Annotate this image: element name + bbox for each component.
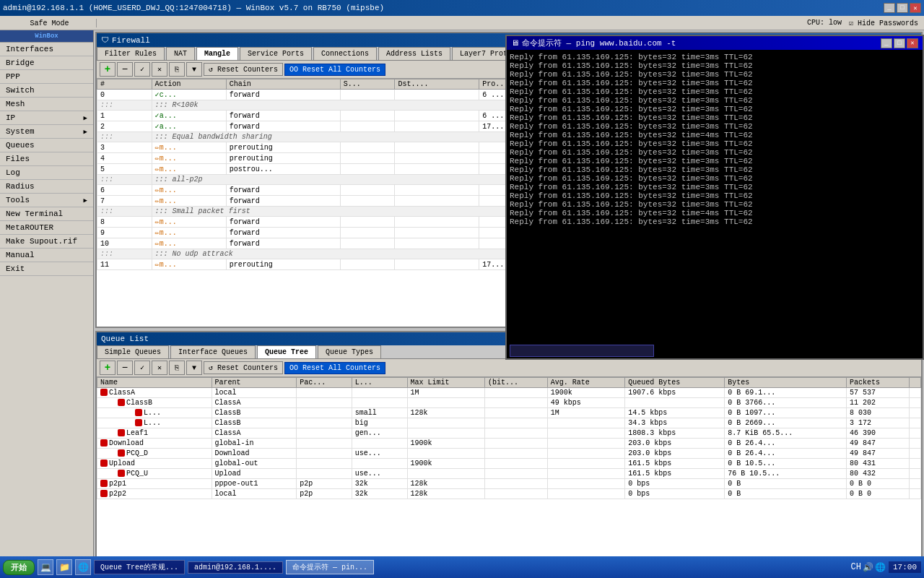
tab-queue-types[interactable]: Queue Types	[318, 345, 381, 358]
sidebar-item-mesh[interactable]: Mesh	[0, 98, 93, 111]
cmd-close[interactable]: ✕	[907, 38, 918, 48]
cmd-minimize[interactable]: _	[881, 38, 892, 48]
enable-button[interactable]: ✓	[134, 62, 150, 77]
qcol-l: L...	[352, 378, 407, 388]
tab-queue-tree[interactable]: Queue Tree	[257, 345, 316, 358]
safe-mode-label[interactable]: Safe Mode	[27, 18, 71, 29]
reset-counters-button[interactable]: ↺ Reset Counters	[204, 63, 283, 76]
sidebar-item-make-supout[interactable]: Make Supout.rif	[0, 235, 93, 249]
cmd-input-bar	[507, 343, 923, 358]
queue-enable-button[interactable]: ✓	[134, 361, 150, 375]
filter-button[interactable]: ▼	[186, 62, 202, 77]
queue-add-button[interactable]: +	[100, 361, 116, 375]
sidebar-item-log[interactable]: Log	[0, 166, 93, 180]
hide-passwords-btn[interactable]: ☑ Hide Passwords	[849, 19, 918, 27]
sidebar-item-bridge[interactable]: Bridge	[0, 56, 93, 70]
list-item[interactable]: p2p2 local p2p 32k 128k 0 bps 0 B 0 B 0	[97, 489, 921, 499]
cmd-maximize[interactable]: □	[894, 38, 905, 48]
cmd-line: Reply from 61.135.169.125: bytes=32 time…	[510, 70, 920, 79]
list-item[interactable]: ClassB ClassA 49 kbps 0 B 3766... 11 202	[97, 398, 921, 408]
main-layout: WinBox Interfaces Bridge PPP Switch Mesh…	[0, 30, 924, 578]
sidebar-item-radius[interactable]: Radius	[0, 180, 93, 194]
list-item[interactable]: Download global-in 1900k 203.0 kbps 0 B …	[97, 439, 921, 449]
sidebar-item-files[interactable]: Files	[0, 152, 93, 166]
cmd-line: Reply from 61.135.169.125: bytes=32 time…	[510, 157, 920, 165]
cmd-line: Reply from 61.135.169.125: bytes=32 time…	[510, 113, 920, 122]
sidebar-item-ppp[interactable]: PPP	[0, 70, 93, 84]
taskbar-right: CH 🔊 🌐 17:00	[851, 561, 921, 573]
taskbar-icon-1[interactable]: 💻	[38, 559, 53, 575]
cmd-line: Reply from 61.135.169.125: bytes=32 time…	[510, 61, 920, 70]
sidebar-item-queues[interactable]: Queues	[0, 139, 93, 152]
minimize-button[interactable]: _	[884, 3, 895, 13]
sidebar: WinBox Interfaces Bridge PPP Switch Mesh…	[0, 30, 94, 578]
list-item[interactable]: PCQ_U Upload use... 161.5 kbps 76 B 10.5…	[97, 469, 921, 479]
close-button[interactable]: ✕	[910, 3, 921, 13]
queue-filter-button[interactable]: ▼	[186, 361, 202, 375]
maximize-button[interactable]: □	[897, 3, 908, 13]
taskbar-task-admin[interactable]: admin@192.168.1....	[188, 561, 283, 574]
sidebar-item-tools[interactable]: Tools ▶	[0, 194, 93, 207]
list-item[interactable]: Upload global-out 1900k 161.5 kbps 0 B 1…	[97, 459, 921, 469]
cmd-line: Reply from 61.135.169.125: bytes=32 time…	[510, 139, 920, 148]
tab-simple-queues[interactable]: Simple Queues	[97, 345, 169, 358]
sidebar-item-interfaces[interactable]: Interfaces	[0, 43, 93, 56]
queue-copy-button[interactable]: ⎘	[169, 361, 185, 375]
queue-table-container: Name Parent Pac... L... Max Limit (bit..…	[97, 377, 921, 564]
tray-volume-icon[interactable]: 🔊	[863, 562, 873, 573]
start-button[interactable]: 开始	[3, 560, 35, 575]
disable-button[interactable]: ✕	[152, 62, 167, 77]
sidebar-item-new-terminal[interactable]: New Terminal	[0, 207, 93, 221]
cmd-line: Reply from 61.135.169.125: bytes=32 time…	[510, 217, 920, 226]
sidebar-item-system[interactable]: System ▶	[0, 125, 93, 139]
list-item[interactable]: ClassA local 1M 1900k 1907.6 kbps 0 B 69…	[97, 388, 921, 398]
tab-mangle[interactable]: Mangle	[196, 47, 238, 60]
queue-remove-button[interactable]: −	[117, 361, 133, 375]
taskbar-icon-3[interactable]: 🌐	[75, 559, 91, 575]
queue-disable-button[interactable]: ✕	[152, 361, 167, 375]
cmd-line: Reply from 61.135.169.125: bytes=32 time…	[510, 53, 920, 61]
sidebar-logo: WinBox	[0, 30, 93, 43]
taskbar-icon-2[interactable]: 📁	[56, 559, 72, 575]
queue-reset-all-button[interactable]: OO Reset All Counters	[284, 362, 385, 374]
col-action: Action	[152, 79, 226, 90]
taskbar-task-cmd[interactable]: 命令提示符 — pin...	[286, 560, 374, 574]
taskbar-task-queue-tree[interactable]: Queue Tree的常规...	[94, 560, 185, 574]
remove-button[interactable]: −	[117, 62, 133, 77]
tab-address-lists[interactable]: Address Lists	[378, 47, 450, 60]
list-item[interactable]: Leaf1 ClassA gen... 1808.3 kbps 8.7 KiB …	[97, 428, 921, 439]
list-item[interactable]: L... ClassB small 128k 1M 14.5 kbps 0 B …	[97, 408, 921, 418]
list-item[interactable]: PCQ_D Download use... 203.0 kbps 0 B 26.…	[97, 449, 921, 459]
tab-service-ports[interactable]: Service Ports	[240, 47, 312, 60]
list-item[interactable]: L... ClassB big 34.3 kbps 0 B 2669... 3 …	[97, 418, 921, 428]
sidebar-item-ip[interactable]: IP ▶	[0, 111, 93, 125]
cmd-line: Reply from 61.135.169.125: bytes=32 time…	[510, 122, 920, 131]
tray-lang-icon[interactable]: CH	[851, 562, 861, 572]
sidebar-item-switch[interactable]: Switch	[0, 84, 93, 98]
cmd-input-field[interactable]	[510, 345, 654, 357]
cmd-window: 🖥 命令提示符 — ping www.baidu.com -t _ □ ✕ Re…	[505, 35, 924, 360]
firewall-icon: 🛡	[101, 35, 109, 45]
sidebar-item-metarouter[interactable]: MetaROUTER	[0, 221, 93, 235]
list-item[interactable]: p2p1 pppoe-out1 p2p 32k 128k 0 bps 0 B 0…	[97, 479, 921, 489]
tab-nat[interactable]: NAT	[166, 47, 195, 60]
title-bar: admin@192.168.1.1 (HOME_USERD_DWJ_QQ:124…	[0, 0, 924, 16]
reset-all-counters-button[interactable]: OO Reset All Counters	[284, 64, 385, 76]
cmd-line: Reply from 61.135.169.125: bytes=32 time…	[510, 183, 920, 191]
cmd-line: Reply from 61.135.169.125: bytes=32 time…	[510, 87, 920, 96]
queue-reset-counters-button[interactable]: ↺ Reset Counters	[204, 361, 283, 374]
qcol-name: Name	[97, 378, 212, 388]
cmd-line: Reply from 61.135.169.125: bytes=32 time…	[510, 96, 920, 105]
sidebar-item-exit[interactable]: Exit	[0, 262, 93, 276]
cmd-line: Reply from 61.135.169.125: bytes=32 time…	[510, 174, 920, 183]
tab-connections[interactable]: Connections	[313, 47, 377, 60]
tab-filter-rules[interactable]: Filter Rules	[97, 47, 165, 60]
sidebar-item-manual[interactable]: Manual	[0, 249, 93, 262]
add-button[interactable]: +	[100, 62, 116, 77]
tray-network-icon[interactable]: 🌐	[875, 562, 886, 573]
system-tray: CH 🔊 🌐	[851, 562, 886, 573]
col-dst: Dst....	[395, 79, 479, 90]
cmd-line: Reply from 61.135.169.125: bytes=32 time…	[510, 131, 920, 139]
tab-interface-queues[interactable]: Interface Queues	[170, 345, 256, 358]
copy-button[interactable]: ⎘	[169, 62, 185, 77]
